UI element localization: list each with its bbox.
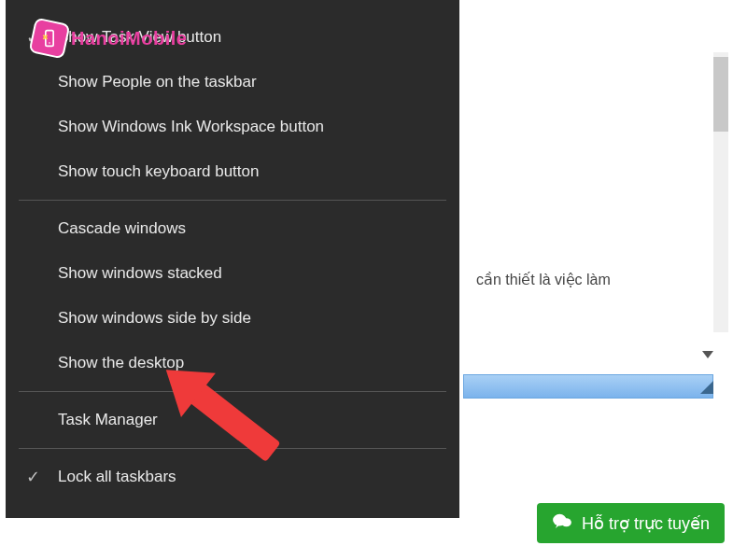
taskbar-context-menu: Show Task View button Show People on the… <box>6 0 459 518</box>
svg-point-3 <box>561 518 571 526</box>
menu-item-show-ink-workspace[interactable]: Show Windows Ink Workspace button <box>6 105 459 149</box>
article-text-fragment: cần thiết là việc làm <box>476 271 611 288</box>
menu-item-label: Show windows stacked <box>58 264 222 283</box>
menu-item-lock-taskbars[interactable]: Lock all taskbars <box>6 455 459 499</box>
logo-badge-icon <box>31 20 68 57</box>
menu-item-windows-side-by-side[interactable]: Show windows side by side <box>6 296 459 341</box>
menu-item-label: Cascade windows <box>58 219 186 238</box>
chat-bubble-icon <box>552 512 572 534</box>
menu-item-label: Lock all taskbars <box>58 468 176 486</box>
menu-separator <box>19 200 446 201</box>
menu-item-show-people[interactable]: Show People on the taskbar <box>6 60 459 105</box>
menu-item-cascade-windows[interactable]: Cascade windows <box>6 206 459 251</box>
menu-item-windows-stacked[interactable]: Show windows stacked <box>6 251 459 296</box>
resize-grip-icon <box>700 381 713 394</box>
menu-separator <box>19 448 446 449</box>
dropdown-arrow-icon[interactable] <box>702 351 713 358</box>
svg-point-1 <box>49 42 50 44</box>
vertical-scrollbar-thumb[interactable] <box>713 57 728 132</box>
menu-item-label: Show windows side by side <box>58 309 251 328</box>
menu-item-label: Show People on the taskbar <box>58 73 257 91</box>
watermark-text: HanoiMobile <box>71 28 187 49</box>
chat-label: Hỗ trợ trực tuyến <box>582 513 710 534</box>
menu-item-task-manager[interactable]: Task Manager <box>6 398 459 442</box>
watermark-logo: HanoiMobile <box>34 22 187 54</box>
menu-item-show-desktop[interactable]: Show the desktop <box>6 341 459 385</box>
menu-separator <box>19 391 446 392</box>
menu-item-label: Show the desktop <box>58 354 184 372</box>
selected-item-bar[interactable] <box>463 374 713 399</box>
menu-item-label: Show Windows Ink Workspace button <box>58 118 324 136</box>
live-chat-button[interactable]: Hỗ trợ trực tuyến <box>537 503 725 543</box>
menu-item-label: Task Manager <box>58 411 158 429</box>
menu-item-label: Show touch keyboard button <box>58 162 259 181</box>
menu-item-show-touch-keyboard[interactable]: Show touch keyboard button <box>6 149 459 194</box>
screenshot-frame: cần thiết là việc làm Show Task View but… <box>6 6 741 554</box>
